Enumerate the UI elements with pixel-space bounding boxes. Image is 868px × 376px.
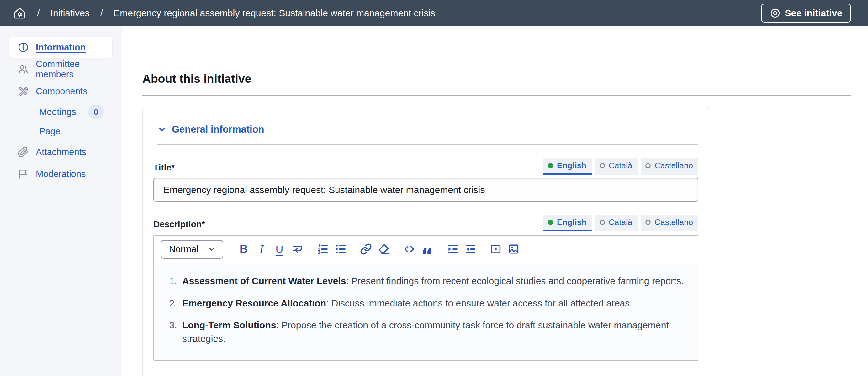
description-field-label: Description* xyxy=(153,219,205,231)
topbar: / Initiatives / Emergency regional assem… xyxy=(0,0,868,26)
lang-tab-castellano[interactable]: Castellano xyxy=(641,158,699,174)
image-icon[interactable] xyxy=(504,240,522,258)
main-content: About this initiative General informatio… xyxy=(122,26,868,376)
untranslated-dot-icon xyxy=(599,163,605,168)
title-input[interactable] xyxy=(153,178,699,202)
see-initiative-label: See initiative xyxy=(785,8,842,19)
breadcrumb-initiatives[interactable]: Initiatives xyxy=(51,8,90,19)
indent-increase-icon[interactable] xyxy=(443,240,461,258)
lang-tab-english[interactable]: English xyxy=(543,215,592,231)
indent-decrease-icon[interactable] xyxy=(461,240,479,258)
svg-text:3: 3 xyxy=(318,250,320,255)
sidebar-item-label: Meetings xyxy=(39,107,76,117)
link-icon[interactable] xyxy=(357,240,375,258)
blockquote-icon[interactable]: “ xyxy=(418,240,436,258)
sidebar-item-moderations[interactable]: Moderations xyxy=(9,163,112,184)
translated-dot-icon xyxy=(548,220,553,225)
tools-icon xyxy=(18,86,29,97)
paperclip-icon xyxy=(18,146,29,158)
meetings-count-badge: 0 xyxy=(88,105,104,119)
sidebar: Information Committee members xyxy=(0,26,122,376)
lang-tab-label: English xyxy=(557,217,586,227)
title-field-label: Title* xyxy=(153,163,175,174)
italic-icon[interactable]: I xyxy=(252,240,270,258)
description-language-tabs: English Català Castellano xyxy=(543,215,699,231)
section-title: General information xyxy=(172,124,265,135)
sidebar-item-components[interactable]: Components xyxy=(9,80,112,102)
lang-tab-label: Castellano xyxy=(654,217,693,227)
lang-tab-english[interactable]: English xyxy=(543,158,592,174)
breadcrumb-current-page: Emergency regional assembly request: Sus… xyxy=(114,8,435,19)
lang-tab-label: Català xyxy=(609,161,632,170)
breadcrumb-separator: / xyxy=(37,7,40,19)
untranslated-dot-icon xyxy=(645,220,651,225)
format-dropdown-value: Normal xyxy=(169,244,198,254)
untranslated-dot-icon xyxy=(599,220,605,225)
lang-tab-castellano[interactable]: Castellano xyxy=(641,215,699,231)
flag-icon xyxy=(18,168,29,179)
description-ordered-list: Assessment of Current Water Levels: Pres… xyxy=(160,274,685,345)
title-divider xyxy=(143,95,851,96)
lang-tab-label: English xyxy=(557,161,586,170)
list-item-text: : Discuss immediate actions to ensure wa… xyxy=(326,298,632,308)
list-item-text: : Present findings from recent ecologica… xyxy=(346,276,684,286)
bullet-list-icon[interactable] xyxy=(332,240,349,258)
list-item: Long-Term Solutions: Propose the creatio… xyxy=(180,319,685,345)
sidebar-item-label: Information xyxy=(36,42,86,53)
clear-format-eraser-icon[interactable] xyxy=(375,240,393,258)
admin-home-icon[interactable] xyxy=(13,7,26,20)
lang-tab-label: Català xyxy=(609,217,632,227)
editor-toolbar: Normal B I U xyxy=(154,236,698,263)
sidebar-item-meetings[interactable]: Meetings 0 xyxy=(9,102,112,121)
underline-icon[interactable]: U xyxy=(270,240,288,258)
code-icon[interactable] xyxy=(400,240,418,258)
sidebar-item-attachments[interactable]: Attachments xyxy=(9,141,112,163)
page-title: About this initiative xyxy=(143,72,851,86)
sidebar-item-label: Committee members xyxy=(36,59,104,79)
chevron-down-icon xyxy=(157,125,167,134)
list-item-bold: Assessment of Current Water Levels xyxy=(182,276,346,286)
lang-tab-catala[interactable]: Català xyxy=(595,215,638,231)
eye-icon xyxy=(770,8,780,19)
info-icon xyxy=(18,42,29,53)
bold-icon[interactable]: B xyxy=(235,240,252,258)
editor-content[interactable]: Assessment of Current Water Levels: Pres… xyxy=(154,263,698,360)
breadcrumb-separator: / xyxy=(100,7,103,19)
section-divider xyxy=(157,144,699,145)
list-item: Emergency Resource Allocation: Discuss i… xyxy=(180,297,685,310)
format-dropdown[interactable]: Normal xyxy=(161,240,223,259)
sidebar-item-information[interactable]: Information xyxy=(9,37,112,58)
admin-app: / Initiatives / Emergency regional assem… xyxy=(0,0,868,376)
sidebar-item-label: Components xyxy=(36,86,87,97)
list-item: Assessment of Current Water Levels: Pres… xyxy=(180,274,685,288)
lang-tab-catala[interactable]: Català xyxy=(595,158,638,174)
line-break-icon[interactable] xyxy=(288,240,306,258)
translated-dot-icon xyxy=(548,163,553,168)
list-item-bold: Emergency Resource Allocation xyxy=(182,298,326,308)
ordered-list-icon[interactable]: 1 2 3 xyxy=(314,240,332,258)
chevron-down-icon xyxy=(208,245,216,253)
untranslated-dot-icon xyxy=(645,163,651,168)
sidebar-item-label: Page xyxy=(39,126,61,137)
sidebar-item-committee-members[interactable]: Committee members xyxy=(9,59,112,80)
sidebar-item-label: Attachments xyxy=(36,147,86,157)
sidebar-item-label: Moderations xyxy=(36,169,86,179)
sidebar-item-page[interactable]: Page xyxy=(9,122,112,141)
list-item-bold: Long-Term Solutions xyxy=(182,320,276,330)
lang-tab-label: Castellano xyxy=(654,161,693,170)
video-embed-icon[interactable] xyxy=(487,240,504,258)
title-language-tabs: English Català Castellano xyxy=(543,158,699,174)
users-icon xyxy=(18,64,29,75)
general-information-toggle[interactable]: General information xyxy=(157,124,699,135)
general-information-card: General information Title* English Catal… xyxy=(143,107,709,376)
see-initiative-button[interactable]: See initiative xyxy=(761,4,851,23)
rich-text-editor: Normal B I U xyxy=(153,235,699,361)
